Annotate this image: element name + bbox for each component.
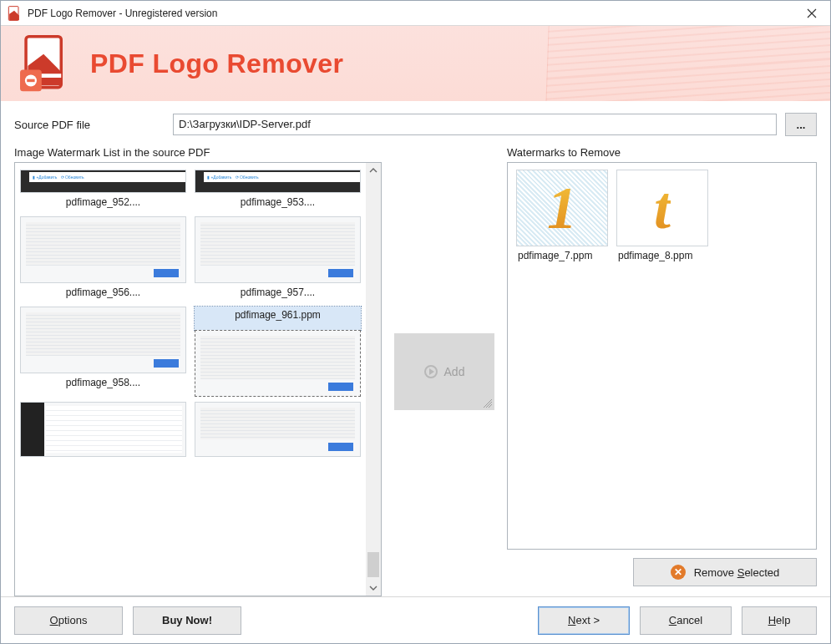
thumbnail-icon: ▮ +Добавить ⟳ Обновить bbox=[195, 170, 361, 193]
remove-list-column: Watermarks to Remove 1 pdfimage_7.ppm t … bbox=[507, 146, 817, 596]
browse-button[interactable]: ... bbox=[785, 113, 817, 136]
thumbnail-icon bbox=[195, 330, 361, 397]
list-item[interactable]: ▮ +Добавить ⟳ Обновить pdfimage_952.... bbox=[20, 170, 186, 211]
banner-heading: PDF Logo Remover bbox=[90, 48, 343, 79]
app-window: PDF Logo Remover - Unregistered version … bbox=[0, 0, 831, 644]
banner-icon bbox=[14, 33, 77, 95]
thumbnail-label: pdfimage_953.... bbox=[195, 193, 361, 211]
thumbnail-icon bbox=[20, 216, 186, 283]
cancel-label: Cancel bbox=[669, 614, 702, 626]
remove-icon: ✕ bbox=[671, 565, 686, 580]
remove-selected-label: Remove Selected bbox=[694, 566, 780, 579]
thumbnail-label: pdfimage_952.... bbox=[20, 193, 186, 211]
close-button[interactable] bbox=[793, 1, 830, 25]
content: Source PDF file D:\Загрузки\IDP-Server.p… bbox=[1, 101, 830, 596]
thumbnail-icon: ▮ +Добавить ⟳ Обновить bbox=[20, 170, 186, 193]
scrollbar[interactable] bbox=[366, 163, 381, 596]
footer: Options Buy Now! Next > Cancel Help bbox=[1, 596, 830, 643]
source-path-field[interactable]: D:\Загрузки\IDP-Server.pdf bbox=[173, 114, 777, 135]
next-label: Next > bbox=[568, 614, 600, 626]
thumbnail-icon: 1 bbox=[516, 170, 608, 246]
source-row: Source PDF file D:\Загрузки\IDP-Server.p… bbox=[14, 113, 817, 136]
glyph-t-icon: t bbox=[654, 178, 671, 238]
close-icon bbox=[807, 8, 817, 18]
columns: Image Watermark List in the source PDF ▮… bbox=[14, 146, 817, 596]
watermark-list-header: Image Watermark List in the source PDF bbox=[14, 146, 382, 159]
list-item[interactable]: pdfimage_961.ppm bbox=[195, 307, 361, 397]
list-item[interactable]: 1 pdfimage_7.ppm bbox=[516, 170, 608, 265]
thumbs-grid: ▮ +Добавить ⟳ Обновить pdfimage_952.... … bbox=[15, 163, 366, 596]
titlebar: PDF Logo Remover - Unregistered version bbox=[1, 1, 830, 26]
thumbnail-icon bbox=[20, 402, 186, 457]
list-item[interactable] bbox=[20, 402, 186, 457]
glyph-1-icon: 1 bbox=[547, 178, 577, 238]
add-button: Add bbox=[394, 333, 494, 410]
help-button[interactable]: Help bbox=[742, 606, 817, 635]
remove-selected-button[interactable]: ✕ Remove Selected bbox=[633, 558, 817, 586]
window-title: PDF Logo Remover - Unregistered version bbox=[28, 8, 793, 19]
list-item[interactable]: pdfimage_956.... bbox=[20, 216, 186, 302]
app-icon bbox=[6, 5, 23, 22]
thumbnail-label: pdfimage_961.ppm bbox=[195, 307, 361, 330]
banner-decor bbox=[545, 26, 830, 101]
chevron-up-icon bbox=[369, 166, 377, 175]
remove-listbox[interactable]: 1 pdfimage_7.ppm t pdfimage_8.ppm bbox=[507, 162, 817, 550]
thumbnail-label: pdfimage_957.... bbox=[195, 283, 361, 302]
buy-now-button[interactable]: Buy Now! bbox=[133, 606, 241, 635]
remove-list-header: Watermarks to Remove bbox=[507, 146, 817, 159]
middle-column: Add bbox=[382, 146, 507, 596]
source-label: Source PDF file bbox=[14, 119, 165, 131]
thumbnail-label: pdfimage_8.ppm bbox=[616, 246, 694, 265]
scrollbar-thumb[interactable] bbox=[367, 552, 379, 577]
list-item[interactable] bbox=[195, 402, 361, 457]
thumbnail-icon bbox=[20, 307, 186, 373]
banner: PDF Logo Remover bbox=[1, 26, 830, 101]
resize-grip-icon bbox=[484, 399, 492, 408]
list-item[interactable]: ▮ +Добавить ⟳ Обновить pdfimage_953.... bbox=[195, 170, 361, 211]
play-icon bbox=[424, 365, 438, 378]
options-button[interactable]: Options bbox=[14, 606, 123, 635]
next-button[interactable]: Next > bbox=[538, 606, 630, 635]
scrollbar-track[interactable] bbox=[366, 178, 381, 581]
remove-row: ✕ Remove Selected bbox=[507, 550, 817, 596]
chevron-down-icon bbox=[369, 584, 377, 592]
scroll-down-button[interactable] bbox=[366, 581, 381, 596]
list-item[interactable]: pdfimage_957.... bbox=[195, 216, 361, 302]
watermark-listbox[interactable]: ▮ +Добавить ⟳ Обновить pdfimage_952.... … bbox=[14, 162, 382, 596]
cancel-button[interactable]: Cancel bbox=[640, 606, 732, 635]
remove-thumbs: 1 pdfimage_7.ppm t pdfimage_8.ppm bbox=[508, 163, 816, 271]
thumbnail-icon: t bbox=[616, 170, 708, 246]
thumbnail-label: pdfimage_956.... bbox=[20, 283, 186, 302]
thumbnail-label: pdfimage_958.... bbox=[20, 373, 186, 392]
add-button-label: Add bbox=[444, 365, 465, 378]
help-label: Help bbox=[768, 614, 791, 626]
watermark-list-column: Image Watermark List in the source PDF ▮… bbox=[14, 146, 382, 596]
thumbnail-label: pdfimage_7.ppm bbox=[516, 246, 594, 265]
thumbnail-icon bbox=[195, 402, 361, 457]
options-label: Options bbox=[50, 614, 88, 626]
buy-now-label: Buy Now! bbox=[162, 614, 212, 626]
list-item[interactable]: t pdfimage_8.ppm bbox=[616, 170, 708, 265]
scroll-up-button[interactable] bbox=[366, 163, 381, 178]
thumbnail-icon bbox=[195, 216, 361, 283]
list-item[interactable]: pdfimage_958.... bbox=[20, 307, 186, 397]
